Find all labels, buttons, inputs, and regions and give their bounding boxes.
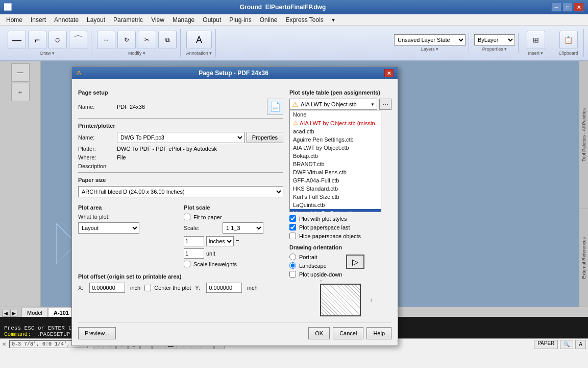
plot-offset-header: Plot offset (origin set to printable are…: [78, 273, 283, 280]
plot-style-value: AIA LWT by Object.stb: [301, 101, 357, 107]
hide-ps-objects-checkbox[interactable]: [289, 233, 296, 239]
dropdown-item-dwf[interactable]: DWF Virtual Pens.ctb: [290, 168, 381, 176]
esc-icon[interactable]: ✕: [2, 341, 6, 347]
dropdown-item-bokap[interactable]: Bokap.ctb: [290, 152, 381, 160]
plot-style-row: ⚠ AIA LWT by Object.stb ▼ ⋯: [289, 99, 391, 110]
properties-btn[interactable]: Properties: [247, 132, 283, 143]
paper-btn[interactable]: PAPER: [534, 340, 558, 349]
close-app-btn[interactable]: ✕: [574, 3, 584, 12]
menu-more[interactable]: ▾: [328, 15, 339, 25]
scale-lineweights-checkbox[interactable]: [184, 261, 190, 267]
center-plot-checkbox[interactable]: [144, 285, 151, 291]
ribbon-text-btn[interactable]: A: [186, 31, 212, 49]
layer-select[interactable]: Unsaved Layer State: [394, 34, 465, 45]
offset-y-label: Y:: [195, 285, 203, 291]
tool-polyline[interactable]: ⌐: [11, 83, 30, 101]
fit-to-paper-checkbox[interactable]: [184, 214, 190, 220]
command-value: _.PAGESETUP: [33, 331, 70, 337]
preview-paper: 24.0" 36.0": [320, 284, 361, 316]
offset-x-input[interactable]: [89, 283, 125, 293]
linetype-select[interactable]: ByLayer: [474, 34, 515, 45]
annotation-scale-btn[interactable]: A: [575, 340, 586, 349]
plot-with-styles-checkbox[interactable]: [289, 215, 296, 222]
ribbon-trim-btn[interactable]: ✂: [138, 31, 156, 49]
offset-x-label: X:: [78, 285, 86, 291]
menu-home[interactable]: Home: [2, 15, 27, 25]
dialog-warn-icon: ⚠: [76, 70, 82, 77]
fit-to-paper-row: Fit to paper: [184, 214, 283, 220]
tab-a101[interactable]: A-101: [48, 308, 75, 317]
ribbon-clipboard-group: 📋 Clipboard: [553, 29, 584, 57]
dialog-close-btn[interactable]: ✕: [384, 69, 394, 77]
menu-view[interactable]: View: [147, 15, 168, 25]
preview-btn[interactable]: Preview...: [78, 327, 116, 339]
plot-paperspace-last-label: Plot paperspace last: [299, 224, 350, 231]
dropdown-item-none[interactable]: None: [290, 110, 381, 119]
menu-parametric[interactable]: Parametric: [109, 15, 147, 25]
scale-unit-label: unit: [206, 250, 215, 257]
maximize-btn[interactable]: □: [562, 3, 573, 12]
tab-model[interactable]: Model: [21, 308, 48, 317]
menu-plugins[interactable]: Plug-ins: [225, 15, 255, 25]
printer-name-select[interactable]: DWG To PDF.pc3: [117, 132, 244, 143]
offset-y-input[interactable]: [206, 283, 242, 293]
scale-unit-input[interactable]: [184, 248, 204, 259]
ok-btn[interactable]: OK: [308, 327, 330, 339]
dropdown-item-acad[interactable]: acad.ctb: [290, 127, 381, 135]
scale-num-input[interactable]: [184, 236, 204, 246]
ribbon-insert-label: Insert ▾: [528, 51, 543, 56]
dropdown-item-aia-missing[interactable]: ⚠ AIA LWT by Object.stb (missin...: [290, 119, 381, 127]
dropdown-item-aia-ctb[interactable]: AIA LWT by Object.ctb: [290, 144, 381, 152]
landscape-radio[interactable]: [289, 262, 296, 269]
help-btn[interactable]: Help: [366, 327, 391, 339]
plot-scale-header: Plot scale: [184, 204, 283, 211]
dropdown-item-lineweight-color[interactable]: Lineweight By Color .ctb: [290, 209, 381, 212]
menu-express-tools[interactable]: Express Tools: [281, 15, 327, 25]
ribbon-insert-group: ⊞ Insert ▾: [521, 29, 551, 57]
menu-layout[interactable]: Layout: [83, 15, 109, 25]
ribbon-circle-btn[interactable]: ○: [48, 31, 67, 49]
menu-bar: Home Insert Annotate Layout Parametric V…: [0, 14, 588, 26]
ribbon-arc-btn[interactable]: ⌒: [69, 31, 87, 49]
tool-line[interactable]: —: [11, 63, 30, 82]
scale-label: Scale:: [184, 225, 219, 231]
ribbon-copy-btn[interactable]: ⧉: [158, 31, 177, 49]
plot-paperspace-last-checkbox[interactable]: [289, 224, 296, 231]
menu-manage[interactable]: Manage: [168, 15, 199, 25]
dropdown-item-gff[interactable]: GFF-A04a-Full.ctb: [290, 176, 381, 185]
what-to-plot-select[interactable]: Layout: [78, 222, 139, 234]
menu-output[interactable]: Output: [199, 15, 225, 25]
plot-style-arrow-icon[interactable]: ▼: [371, 102, 375, 107]
scale-unit-select[interactable]: inches mm: [206, 236, 234, 246]
ribbon-annotation-label: Annotation ▾: [186, 51, 212, 56]
menu-online[interactable]: Online: [256, 15, 282, 25]
dropdown-item-laquinta[interactable]: LaQuinta.ctb: [290, 201, 381, 209]
zoom-btn[interactable]: 🔍: [560, 340, 573, 349]
paper-size-select[interactable]: ARCH full bleed D (24.00 x 36.00 Inches): [78, 186, 283, 197]
ribbon-paste-btn[interactable]: 📋: [559, 31, 578, 49]
tab-next-btn[interactable]: ▶: [10, 310, 17, 317]
paper-size-row: ARCH full bleed D (24.00 x 36.00 Inches): [78, 186, 283, 197]
plot-style-options-btn[interactable]: ⋯: [379, 99, 391, 110]
minimize-btn[interactable]: ─: [551, 3, 561, 12]
portrait-radio[interactable]: [289, 254, 296, 260]
dropdown-item-aguirre[interactable]: Aguirre Pen Settings.ctb: [290, 135, 381, 144]
dropdown-item-kurts[interactable]: Kurt's Full Size.ctb: [290, 193, 381, 201]
scale-select[interactable]: 1:1_3: [223, 222, 263, 234]
dropdown-item-brandt[interactable]: BRANDT.ctb: [290, 160, 381, 168]
ribbon-move-btn[interactable]: ↔: [97, 31, 115, 49]
tab-prev-btn[interactable]: ◀: [2, 310, 9, 317]
ribbon-polyline-btn[interactable]: ⌐: [28, 31, 46, 49]
ribbon-line-btn[interactable]: —: [8, 31, 26, 49]
ribbon-block-btn[interactable]: ⊞: [527, 31, 545, 49]
menu-insert[interactable]: Insert: [27, 15, 50, 25]
menu-annotate[interactable]: Annotate: [50, 15, 83, 25]
plot-options-section: Plot with plot styles Plot paperspace la…: [289, 215, 391, 239]
plot-upside-down-checkbox[interactable]: [289, 271, 296, 278]
landscape-icon[interactable]: ▷: [346, 255, 364, 269]
plot-style-dropdown-list[interactable]: None ⚠ AIA LWT by Object.stb (missin... …: [289, 110, 381, 212]
ribbon-rotate-btn[interactable]: ↻: [117, 31, 136, 49]
cancel-btn[interactable]: Cancel: [333, 327, 363, 339]
dropdown-item-hks[interactable]: HKS Standard.ctb: [290, 185, 381, 193]
offset-x-row: X: inch: [78, 283, 140, 293]
